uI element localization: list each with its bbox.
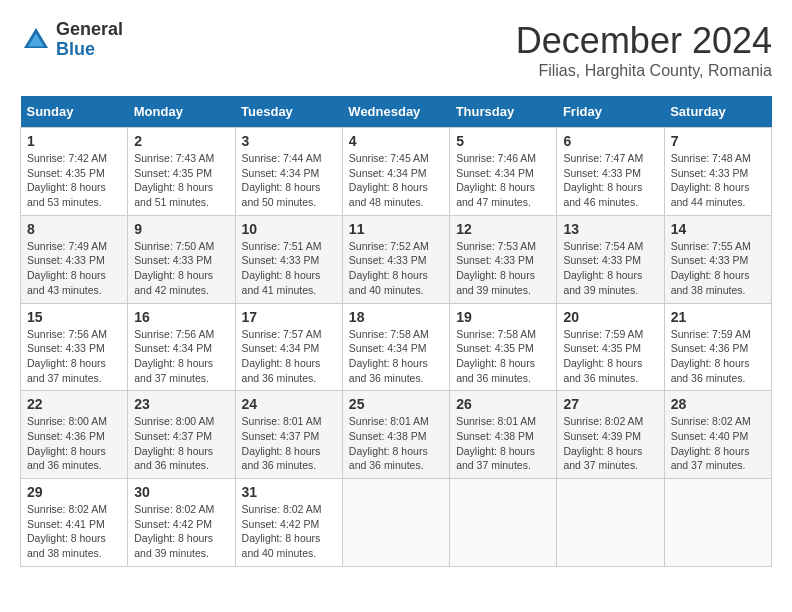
table-row: 3Sunrise: 7:44 AM Sunset: 4:34 PM Daylig…	[235, 128, 342, 216]
table-row: 7Sunrise: 7:48 AM Sunset: 4:33 PM Daylig…	[664, 128, 771, 216]
day-info: Sunrise: 7:51 AM Sunset: 4:33 PM Dayligh…	[242, 239, 336, 298]
logo-general: General	[56, 20, 123, 40]
day-info: Sunrise: 7:46 AM Sunset: 4:34 PM Dayligh…	[456, 151, 550, 210]
table-row: 17Sunrise: 7:57 AM Sunset: 4:34 PM Dayli…	[235, 303, 342, 391]
title-section: December 2024 Filias, Harghita County, R…	[516, 20, 772, 80]
day-number: 16	[134, 309, 228, 325]
logo: General Blue	[20, 20, 123, 60]
day-info: Sunrise: 8:02 AM Sunset: 4:40 PM Dayligh…	[671, 414, 765, 473]
day-info: Sunrise: 8:00 AM Sunset: 4:36 PM Dayligh…	[27, 414, 121, 473]
day-number: 3	[242, 133, 336, 149]
day-number: 14	[671, 221, 765, 237]
table-row: 6Sunrise: 7:47 AM Sunset: 4:33 PM Daylig…	[557, 128, 664, 216]
table-row: 2Sunrise: 7:43 AM Sunset: 4:35 PM Daylig…	[128, 128, 235, 216]
day-info: Sunrise: 8:02 AM Sunset: 4:42 PM Dayligh…	[134, 502, 228, 561]
table-row: 26Sunrise: 8:01 AM Sunset: 4:38 PM Dayli…	[450, 391, 557, 479]
logo-text: General Blue	[56, 20, 123, 60]
day-info: Sunrise: 7:50 AM Sunset: 4:33 PM Dayligh…	[134, 239, 228, 298]
location-subtitle: Filias, Harghita County, Romania	[516, 62, 772, 80]
day-number: 13	[563, 221, 657, 237]
day-number: 29	[27, 484, 121, 500]
day-info: Sunrise: 8:02 AM Sunset: 4:39 PM Dayligh…	[563, 414, 657, 473]
day-number: 18	[349, 309, 443, 325]
table-row: 24Sunrise: 8:01 AM Sunset: 4:37 PM Dayli…	[235, 391, 342, 479]
calendar-week-row: 15Sunrise: 7:56 AM Sunset: 4:33 PM Dayli…	[21, 303, 772, 391]
calendar-table: Sunday Monday Tuesday Wednesday Thursday…	[20, 96, 772, 567]
day-info: Sunrise: 7:43 AM Sunset: 4:35 PM Dayligh…	[134, 151, 228, 210]
header-wednesday: Wednesday	[342, 96, 449, 128]
table-row	[557, 479, 664, 567]
day-number: 6	[563, 133, 657, 149]
table-row: 4Sunrise: 7:45 AM Sunset: 4:34 PM Daylig…	[342, 128, 449, 216]
table-row: 29Sunrise: 8:02 AM Sunset: 4:41 PM Dayli…	[21, 479, 128, 567]
day-number: 2	[134, 133, 228, 149]
day-number: 8	[27, 221, 121, 237]
table-row: 31Sunrise: 8:02 AM Sunset: 4:42 PM Dayli…	[235, 479, 342, 567]
table-row: 14Sunrise: 7:55 AM Sunset: 4:33 PM Dayli…	[664, 215, 771, 303]
day-info: Sunrise: 7:47 AM Sunset: 4:33 PM Dayligh…	[563, 151, 657, 210]
table-row	[664, 479, 771, 567]
day-info: Sunrise: 8:01 AM Sunset: 4:38 PM Dayligh…	[456, 414, 550, 473]
header-friday: Friday	[557, 96, 664, 128]
table-row: 11Sunrise: 7:52 AM Sunset: 4:33 PM Dayli…	[342, 215, 449, 303]
day-number: 24	[242, 396, 336, 412]
day-info: Sunrise: 7:44 AM Sunset: 4:34 PM Dayligh…	[242, 151, 336, 210]
day-number: 11	[349, 221, 443, 237]
table-row: 13Sunrise: 7:54 AM Sunset: 4:33 PM Dayli…	[557, 215, 664, 303]
day-number: 5	[456, 133, 550, 149]
table-row: 22Sunrise: 8:00 AM Sunset: 4:36 PM Dayli…	[21, 391, 128, 479]
calendar-week-row: 8Sunrise: 7:49 AM Sunset: 4:33 PM Daylig…	[21, 215, 772, 303]
day-number: 25	[349, 396, 443, 412]
table-row: 16Sunrise: 7:56 AM Sunset: 4:34 PM Dayli…	[128, 303, 235, 391]
calendar-header-row: Sunday Monday Tuesday Wednesday Thursday…	[21, 96, 772, 128]
day-number: 1	[27, 133, 121, 149]
day-info: Sunrise: 7:58 AM Sunset: 4:34 PM Dayligh…	[349, 327, 443, 386]
header-tuesday: Tuesday	[235, 96, 342, 128]
day-number: 12	[456, 221, 550, 237]
calendar-week-row: 29Sunrise: 8:02 AM Sunset: 4:41 PM Dayli…	[21, 479, 772, 567]
day-number: 26	[456, 396, 550, 412]
day-number: 17	[242, 309, 336, 325]
table-row: 15Sunrise: 7:56 AM Sunset: 4:33 PM Dayli…	[21, 303, 128, 391]
table-row: 25Sunrise: 8:01 AM Sunset: 4:38 PM Dayli…	[342, 391, 449, 479]
day-number: 31	[242, 484, 336, 500]
logo-blue: Blue	[56, 40, 123, 60]
day-info: Sunrise: 8:02 AM Sunset: 4:42 PM Dayligh…	[242, 502, 336, 561]
day-number: 28	[671, 396, 765, 412]
day-number: 30	[134, 484, 228, 500]
day-info: Sunrise: 7:55 AM Sunset: 4:33 PM Dayligh…	[671, 239, 765, 298]
day-number: 21	[671, 309, 765, 325]
calendar-week-row: 1Sunrise: 7:42 AM Sunset: 4:35 PM Daylig…	[21, 128, 772, 216]
day-info: Sunrise: 7:49 AM Sunset: 4:33 PM Dayligh…	[27, 239, 121, 298]
logo-icon	[20, 24, 52, 56]
table-row	[450, 479, 557, 567]
day-info: Sunrise: 7:42 AM Sunset: 4:35 PM Dayligh…	[27, 151, 121, 210]
table-row: 20Sunrise: 7:59 AM Sunset: 4:35 PM Dayli…	[557, 303, 664, 391]
day-info: Sunrise: 8:00 AM Sunset: 4:37 PM Dayligh…	[134, 414, 228, 473]
day-number: 10	[242, 221, 336, 237]
table-row: 18Sunrise: 7:58 AM Sunset: 4:34 PM Dayli…	[342, 303, 449, 391]
month-title: December 2024	[516, 20, 772, 62]
day-number: 9	[134, 221, 228, 237]
day-info: Sunrise: 7:54 AM Sunset: 4:33 PM Dayligh…	[563, 239, 657, 298]
header-thursday: Thursday	[450, 96, 557, 128]
day-number: 23	[134, 396, 228, 412]
table-row: 12Sunrise: 7:53 AM Sunset: 4:33 PM Dayli…	[450, 215, 557, 303]
table-row: 10Sunrise: 7:51 AM Sunset: 4:33 PM Dayli…	[235, 215, 342, 303]
day-number: 4	[349, 133, 443, 149]
day-number: 7	[671, 133, 765, 149]
day-info: Sunrise: 7:52 AM Sunset: 4:33 PM Dayligh…	[349, 239, 443, 298]
day-info: Sunrise: 7:58 AM Sunset: 4:35 PM Dayligh…	[456, 327, 550, 386]
day-info: Sunrise: 7:59 AM Sunset: 4:35 PM Dayligh…	[563, 327, 657, 386]
day-info: Sunrise: 8:01 AM Sunset: 4:37 PM Dayligh…	[242, 414, 336, 473]
calendar-week-row: 22Sunrise: 8:00 AM Sunset: 4:36 PM Dayli…	[21, 391, 772, 479]
day-info: Sunrise: 7:59 AM Sunset: 4:36 PM Dayligh…	[671, 327, 765, 386]
day-number: 19	[456, 309, 550, 325]
table-row	[342, 479, 449, 567]
header-monday: Monday	[128, 96, 235, 128]
header: General Blue December 2024 Filias, Hargh…	[20, 20, 772, 80]
day-number: 20	[563, 309, 657, 325]
day-info: Sunrise: 7:57 AM Sunset: 4:34 PM Dayligh…	[242, 327, 336, 386]
table-row: 1Sunrise: 7:42 AM Sunset: 4:35 PM Daylig…	[21, 128, 128, 216]
table-row: 28Sunrise: 8:02 AM Sunset: 4:40 PM Dayli…	[664, 391, 771, 479]
